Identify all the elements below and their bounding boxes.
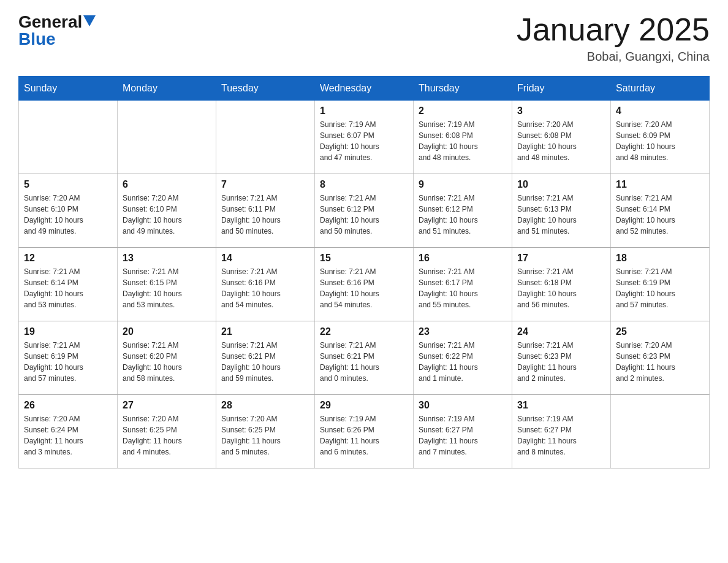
calendar-cell: 26Sunrise: 7:20 AM Sunset: 6:24 PM Dayli… bbox=[19, 395, 118, 469]
day-number: 19 bbox=[24, 326, 112, 337]
weekday-header-tuesday: Tuesday bbox=[216, 77, 315, 101]
day-info: Sunrise: 7:20 AM Sunset: 6:25 PM Dayligh… bbox=[123, 413, 211, 458]
calendar-cell: 7Sunrise: 7:21 AM Sunset: 6:11 PM Daylig… bbox=[216, 174, 315, 248]
month-title: January 2025 bbox=[517, 12, 710, 47]
day-info: Sunrise: 7:21 AM Sunset: 6:13 PM Dayligh… bbox=[517, 193, 605, 237]
day-number: 20 bbox=[123, 326, 211, 337]
weekday-header-saturday: Saturday bbox=[611, 77, 710, 101]
calendar-cell: 20Sunrise: 7:21 AM Sunset: 6:20 PM Dayli… bbox=[118, 321, 216, 395]
calendar-cell: 14Sunrise: 7:21 AM Sunset: 6:16 PM Dayli… bbox=[216, 248, 315, 321]
day-number: 31 bbox=[517, 400, 605, 411]
weekday-header-row: SundayMondayTuesdayWednesdayThursdayFrid… bbox=[19, 77, 710, 101]
day-number: 26 bbox=[24, 400, 112, 411]
day-number: 30 bbox=[419, 400, 507, 411]
calendar-cell: 19Sunrise: 7:21 AM Sunset: 6:19 PM Dayli… bbox=[19, 321, 118, 395]
day-number: 24 bbox=[517, 326, 605, 337]
day-number: 3 bbox=[517, 105, 605, 117]
day-info: Sunrise: 7:19 AM Sunset: 6:27 PM Dayligh… bbox=[517, 413, 605, 458]
day-number: 16 bbox=[419, 253, 507, 264]
day-info: Sunrise: 7:21 AM Sunset: 6:14 PM Dayligh… bbox=[616, 193, 704, 237]
day-number: 29 bbox=[320, 400, 408, 411]
logo: General Blue bbox=[18, 12, 96, 49]
calendar-table: SundayMondayTuesdayWednesdayThursdayFrid… bbox=[18, 76, 710, 469]
day-info: Sunrise: 7:21 AM Sunset: 6:16 PM Dayligh… bbox=[221, 266, 309, 310]
calendar-cell: 15Sunrise: 7:21 AM Sunset: 6:16 PM Dayli… bbox=[315, 248, 414, 321]
day-number: 21 bbox=[221, 326, 309, 337]
calendar-week-row: 1Sunrise: 7:19 AM Sunset: 6:07 PM Daylig… bbox=[19, 101, 710, 174]
weekday-header-wednesday: Wednesday bbox=[315, 77, 414, 101]
calendar-cell: 1Sunrise: 7:19 AM Sunset: 6:07 PM Daylig… bbox=[315, 101, 414, 174]
weekday-header-friday: Friday bbox=[512, 77, 611, 101]
weekday-header-monday: Monday bbox=[118, 77, 216, 101]
calendar-cell: 12Sunrise: 7:21 AM Sunset: 6:14 PM Dayli… bbox=[19, 248, 118, 321]
calendar-cell: 18Sunrise: 7:21 AM Sunset: 6:19 PM Dayli… bbox=[611, 248, 710, 321]
calendar-week-row: 12Sunrise: 7:21 AM Sunset: 6:14 PM Dayli… bbox=[19, 248, 710, 321]
calendar-header: SundayMondayTuesdayWednesdayThursdayFrid… bbox=[19, 77, 710, 101]
calendar-cell: 16Sunrise: 7:21 AM Sunset: 6:17 PM Dayli… bbox=[414, 248, 512, 321]
day-info: Sunrise: 7:20 AM Sunset: 6:10 PM Dayligh… bbox=[24, 193, 112, 237]
day-info: Sunrise: 7:19 AM Sunset: 6:26 PM Dayligh… bbox=[320, 413, 408, 458]
calendar-cell: 24Sunrise: 7:21 AM Sunset: 6:23 PM Dayli… bbox=[512, 321, 611, 395]
day-info: Sunrise: 7:21 AM Sunset: 6:19 PM Dayligh… bbox=[24, 340, 112, 384]
day-number: 7 bbox=[221, 179, 309, 190]
day-info: Sunrise: 7:20 AM Sunset: 6:09 PM Dayligh… bbox=[616, 119, 704, 163]
calendar-cell: 27Sunrise: 7:20 AM Sunset: 6:25 PM Dayli… bbox=[118, 395, 216, 469]
day-number: 25 bbox=[616, 326, 704, 337]
day-number: 10 bbox=[517, 179, 605, 190]
day-info: Sunrise: 7:21 AM Sunset: 6:20 PM Dayligh… bbox=[123, 340, 211, 384]
day-number: 2 bbox=[419, 105, 507, 117]
day-info: Sunrise: 7:21 AM Sunset: 6:12 PM Dayligh… bbox=[419, 193, 507, 237]
location: Bobai, Guangxi, China bbox=[517, 50, 710, 64]
day-info: Sunrise: 7:21 AM Sunset: 6:18 PM Dayligh… bbox=[517, 266, 605, 310]
day-info: Sunrise: 7:21 AM Sunset: 6:11 PM Dayligh… bbox=[221, 193, 309, 237]
day-info: Sunrise: 7:19 AM Sunset: 6:08 PM Dayligh… bbox=[419, 119, 507, 163]
page-header: General Blue January 2025 Bobai, Guangxi… bbox=[18, 12, 710, 64]
day-number: 8 bbox=[320, 179, 408, 190]
calendar-cell: 21Sunrise: 7:21 AM Sunset: 6:21 PM Dayli… bbox=[216, 321, 315, 395]
day-number: 6 bbox=[123, 179, 211, 190]
calendar-cell: 2Sunrise: 7:19 AM Sunset: 6:08 PM Daylig… bbox=[414, 101, 512, 174]
calendar-body: 1Sunrise: 7:19 AM Sunset: 6:07 PM Daylig… bbox=[19, 101, 710, 469]
calendar-cell bbox=[611, 395, 710, 469]
day-info: Sunrise: 7:21 AM Sunset: 6:12 PM Dayligh… bbox=[320, 193, 408, 237]
day-info: Sunrise: 7:21 AM Sunset: 6:23 PM Dayligh… bbox=[517, 340, 605, 384]
day-number: 9 bbox=[419, 179, 507, 190]
calendar-cell: 6Sunrise: 7:20 AM Sunset: 6:10 PM Daylig… bbox=[118, 174, 216, 248]
logo-triangle-icon bbox=[83, 15, 96, 26]
title-section: January 2025 Bobai, Guangxi, China bbox=[517, 12, 710, 64]
calendar-cell: 9Sunrise: 7:21 AM Sunset: 6:12 PM Daylig… bbox=[414, 174, 512, 248]
day-number: 27 bbox=[123, 400, 211, 411]
day-info: Sunrise: 7:20 AM Sunset: 6:08 PM Dayligh… bbox=[517, 119, 605, 163]
calendar-cell: 3Sunrise: 7:20 AM Sunset: 6:08 PM Daylig… bbox=[512, 101, 611, 174]
day-info: Sunrise: 7:21 AM Sunset: 6:21 PM Dayligh… bbox=[221, 340, 309, 384]
day-info: Sunrise: 7:21 AM Sunset: 6:22 PM Dayligh… bbox=[419, 340, 507, 384]
calendar-cell: 4Sunrise: 7:20 AM Sunset: 6:09 PM Daylig… bbox=[611, 101, 710, 174]
calendar-cell: 5Sunrise: 7:20 AM Sunset: 6:10 PM Daylig… bbox=[19, 174, 118, 248]
calendar-cell: 22Sunrise: 7:21 AM Sunset: 6:21 PM Dayli… bbox=[315, 321, 414, 395]
day-info: Sunrise: 7:21 AM Sunset: 6:16 PM Dayligh… bbox=[320, 266, 408, 310]
day-number: 4 bbox=[616, 105, 704, 117]
day-number: 23 bbox=[419, 326, 507, 337]
logo-blue-text: Blue bbox=[18, 29, 96, 49]
weekday-header-sunday: Sunday bbox=[19, 77, 118, 101]
day-number: 28 bbox=[221, 400, 309, 411]
day-info: Sunrise: 7:21 AM Sunset: 6:14 PM Dayligh… bbox=[24, 266, 112, 310]
calendar-cell: 17Sunrise: 7:21 AM Sunset: 6:18 PM Dayli… bbox=[512, 248, 611, 321]
calendar-week-row: 5Sunrise: 7:20 AM Sunset: 6:10 PM Daylig… bbox=[19, 174, 710, 248]
day-number: 13 bbox=[123, 253, 211, 264]
day-number: 5 bbox=[24, 179, 112, 190]
calendar-cell bbox=[19, 101, 118, 174]
calendar-cell: 25Sunrise: 7:20 AM Sunset: 6:23 PM Dayli… bbox=[611, 321, 710, 395]
calendar-week-row: 19Sunrise: 7:21 AM Sunset: 6:19 PM Dayli… bbox=[19, 321, 710, 395]
day-info: Sunrise: 7:20 AM Sunset: 6:24 PM Dayligh… bbox=[24, 413, 112, 458]
calendar-cell: 31Sunrise: 7:19 AM Sunset: 6:27 PM Dayli… bbox=[512, 395, 611, 469]
day-info: Sunrise: 7:20 AM Sunset: 6:10 PM Dayligh… bbox=[123, 193, 211, 237]
calendar-week-row: 26Sunrise: 7:20 AM Sunset: 6:24 PM Dayli… bbox=[19, 395, 710, 469]
calendar-cell: 8Sunrise: 7:21 AM Sunset: 6:12 PM Daylig… bbox=[315, 174, 414, 248]
calendar-cell: 10Sunrise: 7:21 AM Sunset: 6:13 PM Dayli… bbox=[512, 174, 611, 248]
day-number: 11 bbox=[616, 179, 704, 190]
day-number: 15 bbox=[320, 253, 408, 264]
day-info: Sunrise: 7:20 AM Sunset: 6:23 PM Dayligh… bbox=[616, 340, 704, 384]
day-number: 17 bbox=[517, 253, 605, 264]
day-number: 22 bbox=[320, 326, 408, 337]
